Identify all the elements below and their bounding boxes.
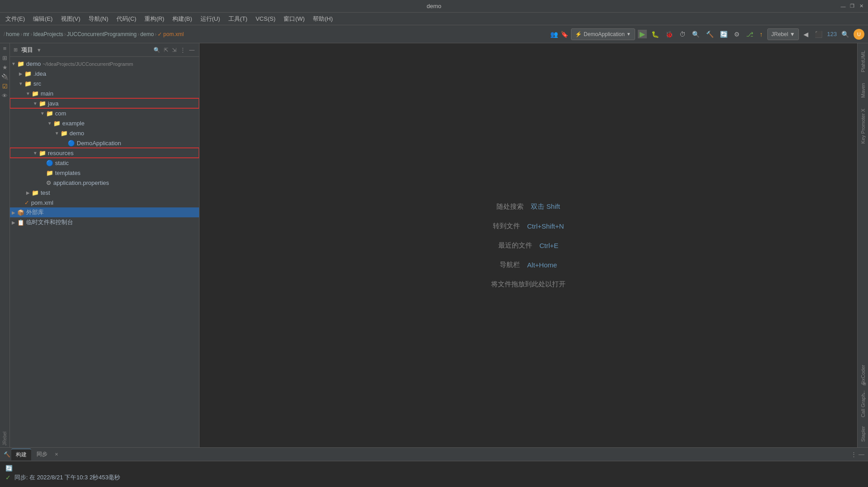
tree-item-idea[interactable]: ▶ 📁 .idea [10,69,199,78]
tree-label: demo ~/IdeaProjects/JUCConcurrentProgram… [26,60,133,67]
user-icon[interactable]: 👥 [550,31,558,38]
bottom-right-icon2[interactable]: ↓ [863,388,866,395]
profiler-button[interactable]: ⏱ [678,30,687,39]
menu-help[interactable]: 帮助(H) [309,14,336,24]
class-icon: 🔵 [68,140,75,147]
welcome-label-drop: 将文件拖放到此处以打开 [491,280,566,289]
favorites-icon[interactable]: ★ [2,64,8,71]
sync-button[interactable]: 🔄 [718,30,729,39]
menu-view[interactable]: 视图(V) [57,14,84,24]
tree-item-temp[interactable]: ▶ 📋 临时文件和控制台 [10,217,199,227]
sync-tab[interactable]: 同步 [32,449,52,460]
breadcrumb-demo[interactable]: demo [140,31,154,37]
welcome-shortcut-recent: Ctrl+E [539,242,558,249]
run-config-button[interactable]: ⚡ DemoApplication ▼ [571,28,635,40]
stop-button[interactable]: ⬛ [813,30,824,39]
sync-tab-close[interactable]: ✕ [55,452,58,457]
breadcrumb-juc[interactable]: JUCConcurrentProgramming [67,31,137,37]
close-button[interactable]: ✕ [858,3,864,9]
bottom-right-icons: ≡ ↓ [861,379,868,397]
tree-item-external-libs[interactable]: ▶ 📦 外部库 [10,207,199,217]
breadcrumb-home[interactable]: home [6,31,19,37]
breadcrumb-mr[interactable]: mr [23,31,29,37]
back-button[interactable]: ◀ [802,30,810,39]
panel-layout-icon: ⊞ [14,47,18,53]
git-commit-icon[interactable]: ↑ [758,30,765,39]
tree-label-main: main [41,90,53,97]
menu-run[interactable]: 运行(U) [197,14,224,24]
tree-item-resources[interactable]: ▼ 📁 resources [10,148,199,158]
tree-item-test[interactable]: ▶ 📁 test [10,188,199,198]
stapler-tab[interactable]: Stapler [859,423,868,446]
user-avatar[interactable]: U [854,29,864,40]
breadcrumb-ideaprojects[interactable]: IdeaProjects [33,31,63,37]
line-counter[interactable]: 123 [827,31,837,37]
sync-refresh-icon[interactable]: 🔄 [5,465,13,472]
tree-item-templates[interactable]: 📁 templates [10,168,199,178]
project-icon[interactable]: ≡ [3,45,7,52]
menu-file[interactable]: 文件(E) [2,14,28,24]
jrebel-button[interactable]: JRebel ▼ [767,28,799,40]
menu-vcs[interactable]: VCS(S) [252,14,279,23]
eye-icon[interactable]: 👁 [2,92,8,99]
tree-item-demoapplication[interactable]: 🔵 DemoApplication [10,138,199,148]
maven-tab[interactable]: Maven [859,79,868,101]
breadcrumb-pom[interactable]: pom.xml [163,31,184,37]
restore-button[interactable]: ❐ [849,3,855,9]
run-button[interactable]: ▶ [638,30,647,38]
panel-dropdown-btn[interactable]: ▼ [37,47,42,53]
structure-icon[interactable]: ⊞ [2,55,7,61]
breadcrumb-slash: / [4,31,5,37]
resources-folder-icon: 📁 [39,150,46,156]
java-folder-icon: 📁 [39,100,46,107]
tree-item-src[interactable]: ▼ 📁 src [10,78,199,88]
menu-code[interactable]: 代码(C) [113,14,140,24]
debug-button[interactable]: 🐛 [650,30,661,39]
key-promoter-tab[interactable]: Key Promoter X [859,105,868,147]
build-tab[interactable]: 构建 [11,449,31,460]
tree-item-static[interactable]: 🔵 static [10,158,199,168]
window-title: demo [427,3,441,9]
minimize-button[interactable]: — [840,3,846,9]
plantuml-tab[interactable]: PlahtUML [859,47,868,76]
bottom-close-btn[interactable]: — [859,451,864,458]
menu-tools[interactable]: 工具(T) [225,14,251,24]
tree-item-app-props[interactable]: ⚙ application.properties [10,178,199,188]
settings-icon[interactable]: ⚙ [732,30,742,39]
panel-expand-btn[interactable]: ⇱ [163,46,169,54]
analyze-button[interactable]: 🔍 [690,30,701,39]
bottom-panel: 🔨 构建 同步 ✕ ⋮ — 🔄 ✓ 同步: 在 2022/8/21 下午10:3… [0,447,868,487]
props-icon: ⚙ [46,179,51,186]
temp-icon: 📋 [17,219,24,226]
tree-label-external-libs: 外部库 [26,208,44,216]
tree-item-demo-root[interactable]: ▼ 📁 demo ~/IdeaProjects/JUCConcurrentPro… [10,59,199,69]
bottom-right-icon1[interactable]: ≡ [863,381,866,387]
welcome-shortcut-goto: Ctrl+Shift+N [527,222,564,230]
git-branch-icon[interactable]: ⎇ [744,30,755,39]
panel-search-btn[interactable]: 🔍 [153,46,161,54]
todo-icon[interactable]: ☑ [2,83,8,90]
panel-menu-btn[interactable]: ⋮ [179,46,186,54]
run-coverage-button[interactable]: 🐞 [664,30,675,39]
panel-title: 项目 [21,46,33,54]
tree-item-pom[interactable]: ✓ pom.xml [10,198,199,207]
panel-collapse-btn[interactable]: ⇲ [171,46,177,54]
tree-item-java[interactable]: ▼ 📁 java [10,98,199,108]
bottom-menu-btn[interactable]: ⋮ [851,451,857,458]
menu-edit[interactable]: 编辑(E) [29,14,56,24]
tree-item-com[interactable]: ▼ 📁 com [10,108,199,118]
tree-item-main[interactable]: ▼ 📁 main [10,88,199,98]
tree-label-pom: pom.xml [31,199,53,206]
bookmark-icon[interactable]: 🔖 [561,31,568,38]
title-bar: demo — ❐ ✕ [0,0,868,13]
menu-window[interactable]: 窗口(W) [280,14,308,24]
tree-item-demo-folder[interactable]: ▼ 📁 demo [10,128,199,138]
menu-navigate[interactable]: 导航(N) [85,14,112,24]
plugins-icon[interactable]: 🔌 [1,74,9,80]
search-everywhere-icon[interactable]: 🔍 [840,30,851,39]
build-button[interactable]: 🔨 [704,30,715,39]
menu-build[interactable]: 构建(B) [169,14,195,24]
menu-refactor[interactable]: 重构(R) [141,14,168,24]
panel-close-btn[interactable]: — [188,46,195,54]
tree-item-example[interactable]: ▼ 📁 example [10,118,199,128]
